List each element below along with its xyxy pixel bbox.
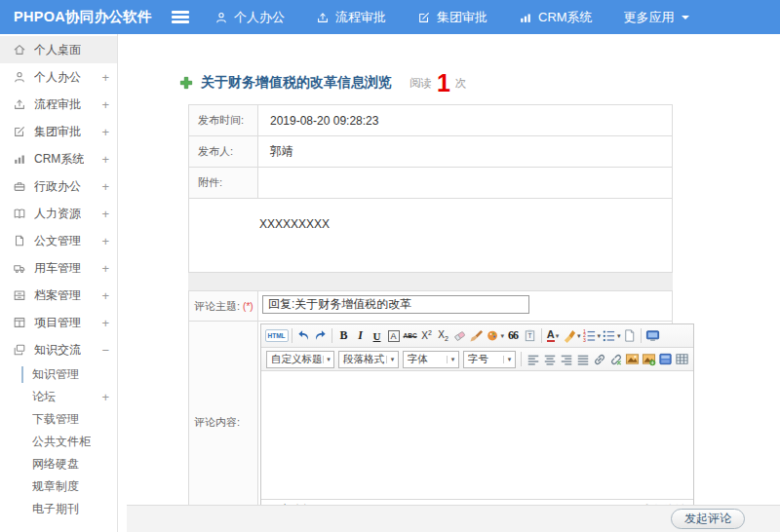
- sidebar-item-knowledge-management[interactable]: 知识管理: [0, 363, 117, 386]
- sidebar-item-e-journal[interactable]: 电子期刊: [0, 498, 117, 520]
- expand-icon[interactable]: +: [98, 288, 109, 303]
- justifyjustify-button[interactable]: [575, 350, 591, 368]
- pastetext-button[interactable]: T: [522, 326, 537, 345]
- chart-icon: [519, 11, 532, 24]
- sidebar-item-label: 档案管理: [34, 287, 81, 304]
- sidebar-item-human-resources[interactable]: 人力资源+: [0, 200, 117, 227]
- topnav-label: 集团审批: [437, 9, 488, 26]
- sidebar-item-personal-office[interactable]: 个人办公+: [0, 63, 117, 91]
- bold-icon: B: [340, 328, 348, 343]
- video-button[interactable]: [658, 350, 674, 368]
- forecolor-button[interactable]: A▾: [545, 326, 561, 345]
- sidebar-item-download-management[interactable]: 下载管理: [0, 408, 117, 431]
- sidebar-item-project-management[interactable]: 项目管理+: [0, 309, 117, 336]
- image-icon: [625, 352, 640, 366]
- sidebar-item-label: 论坛: [32, 389, 56, 405]
- chart-icon: [13, 152, 26, 166]
- comment-subject-cell: [258, 291, 672, 321]
- expand-icon[interactable]: −: [98, 343, 109, 358]
- sidebar-item-label: 流程审批: [34, 96, 81, 113]
- underline-button[interactable]: U: [370, 326, 385, 345]
- user-icon: [13, 70, 26, 84]
- svg-text:T: T: [527, 332, 531, 339]
- superscript-button[interactable]: X2: [419, 326, 435, 345]
- content-column: 发布时间:2019-08-20 09:28:23发布人:郭靖附件: XXXXXX…: [188, 104, 673, 524]
- topnav-label: 更多应用: [624, 9, 675, 26]
- sidebar-item-personal-desktop[interactable]: 个人桌面: [0, 36, 117, 63]
- comment-form: 评论主题: (*) 评论内容: HTMLBIUAABCX2X2▾66TA▾▾12…: [188, 290, 673, 524]
- sidebar-item-crm-system[interactable]: CRM系统+: [0, 145, 117, 172]
- sidebar-item-workflow-approval[interactable]: 流程审批+: [0, 91, 117, 118]
- unorderedlist-button[interactable]: ▾: [602, 326, 621, 345]
- undo-button[interactable]: [296, 326, 312, 345]
- expand-icon[interactable]: +: [98, 152, 109, 167]
- link-button[interactable]: [592, 350, 607, 368]
- redo-button[interactable]: [313, 326, 329, 345]
- custom-title-select[interactable]: 自定义标题▾: [266, 351, 334, 368]
- expand-icon[interactable]: +: [98, 316, 109, 330]
- comment-subject-input[interactable]: [262, 295, 529, 314]
- blockquote-button[interactable]: 66: [505, 326, 521, 345]
- formatbrush-button[interactable]: [469, 326, 485, 345]
- sidebar-item-admin-office[interactable]: 行政办公+: [0, 172, 117, 200]
- sidebar-item-vehicle-management[interactable]: 用车管理+: [0, 254, 117, 282]
- italic-button[interactable]: I: [353, 326, 369, 345]
- source-button[interactable]: HTML: [265, 326, 289, 345]
- paragraph-format-select[interactable]: 段落格式▾: [338, 351, 399, 368]
- toolbar-separator: [332, 328, 332, 343]
- bold-button[interactable]: B: [336, 326, 352, 345]
- justifycenter-button[interactable]: [542, 350, 558, 368]
- strikethrough-button[interactable]: ABC: [403, 326, 418, 345]
- topnav-group-approval[interactable]: 集团审批: [417, 9, 488, 26]
- sidebar-item-rules-regulations[interactable]: 规章制度: [0, 475, 117, 498]
- topnav-personal-office[interactable]: 个人办公: [214, 9, 285, 26]
- eraser-button[interactable]: [452, 326, 468, 345]
- sidebar-item-public-file-cabinet[interactable]: 公共文件柜: [0, 431, 117, 453]
- expand-icon[interactable]: +: [98, 207, 109, 221]
- strikethrough-icon: ABC: [404, 332, 417, 339]
- sidebar-item-archive-management[interactable]: 档案管理+: [0, 282, 117, 309]
- justifyright-button[interactable]: [559, 350, 574, 368]
- editor-content-area[interactable]: [261, 371, 693, 499]
- edit-icon: [13, 125, 26, 138]
- menu-icon[interactable]: [172, 9, 189, 26]
- sidebar-item-knowledge-exchange[interactable]: 知识交流−: [0, 336, 117, 363]
- expand-icon[interactable]: +: [98, 234, 109, 248]
- sidebar-item-forum[interactable]: 论坛+: [0, 386, 117, 408]
- section-divider: [188, 273, 673, 290]
- justifyleft-button[interactable]: [526, 350, 541, 368]
- font-family-select[interactable]: 字体▾: [403, 351, 459, 368]
- table-button[interactable]: [675, 350, 690, 368]
- article-content: XXXXXXXXX: [189, 199, 672, 272]
- newpage-button[interactable]: [622, 326, 638, 345]
- expand-icon[interactable]: +: [98, 390, 109, 404]
- expand-icon[interactable]: +: [98, 125, 109, 139]
- image-button[interactable]: [625, 350, 641, 368]
- comment-content-label: 评论内容:: [189, 322, 258, 523]
- backcolor-button[interactable]: ▾: [562, 326, 581, 345]
- sidebar-item-group-approval[interactable]: 集团审批+: [0, 118, 117, 145]
- paintformat-button[interactable]: ▾: [486, 326, 505, 345]
- autotypeset-button[interactable]: A: [386, 326, 402, 345]
- expand-icon[interactable]: +: [98, 97, 109, 112]
- paintformat-icon: [486, 328, 500, 343]
- font-size-select[interactable]: 字号▾: [463, 351, 516, 368]
- orderedlist-button[interactable]: 123▾: [582, 326, 602, 345]
- pastetext-icon: T: [523, 328, 537, 343]
- unlink-button[interactable]: [608, 350, 624, 368]
- document-icon: [13, 234, 26, 247]
- imageupload-button[interactable]: [642, 350, 657, 368]
- topnav-crm-system[interactable]: CRM系统: [519, 9, 593, 26]
- fullscreen-button[interactable]: [645, 326, 661, 345]
- expand-icon[interactable]: +: [98, 70, 109, 85]
- sidebar-item-document-management[interactable]: 公文管理+: [0, 227, 117, 254]
- topnav-more-apps[interactable]: 更多应用: [624, 9, 689, 26]
- expand-icon[interactable]: +: [98, 261, 109, 276]
- sidebar-item-network-disk[interactable]: 网络硬盘: [0, 453, 117, 475]
- expand-icon[interactable]: +: [98, 179, 109, 194]
- subscript-button[interactable]: X2: [436, 326, 451, 345]
- submit-comment-button[interactable]: 发起评论: [671, 509, 745, 529]
- top-bar: PHPOA协同办公软件 个人办公流程审批集团审批CRM系统更多应用: [0, 0, 780, 34]
- topnav-workflow-approval[interactable]: 流程审批: [316, 9, 386, 26]
- justifyright-icon: [560, 353, 573, 366]
